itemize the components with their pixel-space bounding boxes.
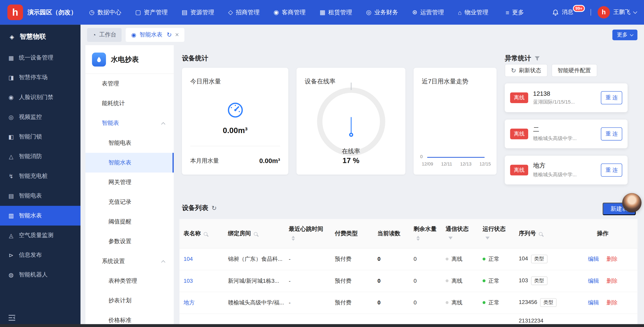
alarm-device-location: 赣榆城头高级中学... [533,135,596,142]
col-last-heartbeat[interactable]: 最近心跳时间 [285,219,331,248]
sidebar-item-face-access[interactable]: ◉人脸识别门禁 [0,88,80,107]
nav-item-investment[interactable]: ◇招商管理 [228,8,260,16]
reconnect-button[interactable]: 重 连 [601,164,622,177]
refresh-list-icon[interactable]: ↻ [212,204,217,212]
bottom-scrollbar[interactable] [0,324,644,327]
submenu-item-smart-electric[interactable]: 智能电表 [86,133,174,153]
col-run-status[interactable]: 运行状态 [478,219,515,248]
messages-label: 消息 [562,9,573,16]
filter-icon[interactable] [448,237,452,240]
submenu-label: 阈值提醒 [108,218,132,226]
submenu-item-smart-water[interactable]: 智能水表 [86,153,174,172]
sidebar-item-device-mgmt[interactable]: ▦统一设备管理 [0,48,80,68]
nav-item-data-center[interactable]: ◷数据中心 [89,8,121,16]
search-icon[interactable] [204,232,208,236]
edit-link[interactable]: 编辑 [588,278,599,284]
filter-icon[interactable] [534,56,540,61]
edit-link[interactable]: 编辑 [588,299,599,306]
park-name[interactable]: 演示园区（勿改） [28,8,77,16]
filter-icon[interactable] [486,237,490,240]
sidebar-item-charging[interactable]: ↯智能充电桩 [0,166,80,186]
tab-workbench[interactable]: ◔工作台 [87,28,122,42]
nav-item-asset[interactable]: ▢资产管理 [135,8,168,16]
submenu-group-smart-meter[interactable]: 智能表 [86,114,174,133]
nav-item-operations[interactable]: ⊛运营管理 [412,8,444,16]
nav-item-merchant[interactable]: ◉客商管理 [274,8,306,16]
sidebar-item-water-meter[interactable]: ▥智能水表 [0,206,80,226]
trend-card: 近7日用水量走势 0 12/09 12/11 12/13 12/15 [414,68,497,175]
submenu-item-reading-plan[interactable]: 抄表计划 [86,291,174,310]
submenu-item-meter-types[interactable]: 表种类管理 [86,271,174,291]
submenu-item-meter-mgmt[interactable]: 表管理 [86,74,174,94]
bell-icon [552,9,559,16]
sidebar-item-info-publish[interactable]: ⊳信息发布 [0,245,80,265]
sidebar-item-robot[interactable]: ◍智能机器人 [0,265,80,285]
submenu-label: 价格标准 [108,317,132,324]
col-bound-room[interactable]: 绑定房间 [224,219,285,248]
month-usage-row: 本月用水量 0.00m³ [190,157,280,164]
nav-item-property[interactable]: ⌂物业管理 [458,8,488,16]
sidebar-item-parking[interactable]: ◨智慧停车场 [0,68,80,88]
sidebar-item-electric-meter[interactable]: ▤智能电表 [0,186,80,206]
col-comm-status[interactable]: 通信状态 [442,219,478,248]
delete-link[interactable]: 删除 [606,278,618,284]
submenu-label: 智能水表 [108,159,132,166]
delete-link[interactable]: 删除 [606,256,618,262]
nav-item-finance[interactable]: ◎业务财务 [366,8,398,16]
reconnect-button[interactable]: 重 连 [601,127,622,140]
meter-name-link[interactable]: 地方 [184,299,195,306]
search-icon[interactable] [539,232,543,236]
nav-label: 更多 [512,8,524,16]
cell-pay-type [331,313,374,324]
tabs-more-button[interactable]: 更多 [612,30,638,40]
bank-icon: ▦ [320,9,325,16]
alarm-card: 离线 12138 蓝湖国际/1/15/15... 重 连 [505,84,628,112]
sidebar-item-video[interactable]: ◎视频监控 [0,107,80,127]
bolt-icon: ↯ [8,173,15,180]
tab-smart-water-meter[interactable]: ◉ 智能水表 ↻ × [126,28,184,42]
col-serial[interactable]: 序列号 [514,219,568,248]
assistant-avatar[interactable] [622,193,642,212]
delete-link[interactable]: 删除 [606,299,618,306]
topbar: h 演示园区（勿改） ◷数据中心 ▢资产管理 ▤资源管理 ◇招商管理 ◉客商管理… [0,0,644,24]
device-list-header: 设备列表 ↻ [182,204,217,212]
submenu-item-threshold[interactable]: 阈值提醒 [86,212,174,232]
submenu-item-price-standard[interactable]: 价格标准 [86,311,174,324]
x-tick-label: 12/09 [422,162,433,166]
cell-run-status: 正常 [478,248,515,270]
sort-icon[interactable] [292,236,295,240]
messages-button[interactable]: 消息 99+ [552,9,584,16]
clock-icon: ◷ [89,9,94,16]
submenu-item-recharge[interactable]: 充值记录 [86,192,174,212]
alarm-device-name: 地方 [533,162,596,170]
sidebar-item-air-quality[interactable]: ◬空气质量监测 [0,226,80,245]
submenu-group-system[interactable]: 系统设置 [86,252,174,271]
reconnect-button[interactable]: 重 连 [601,91,622,104]
sidebar-item-fire[interactable]: △智能消防 [0,147,80,166]
water-meter-tab-icon: ◉ [131,32,136,38]
collapse-sidebar-button[interactable] [8,315,16,322]
meter-name-link[interactable]: 104 [184,256,193,262]
close-tab-icon[interactable]: × [175,31,179,39]
nav-more-button[interactable]: ≡更多 [506,8,524,16]
nav-item-resource[interactable]: ▤资源管理 [182,8,214,16]
hardware-config-button[interactable]: 智能硬件配置 [552,64,597,77]
meter-name-link[interactable]: 103 [184,278,193,284]
sort-icon[interactable] [416,236,420,240]
alarm-card: 离线 地方 赣榆城头高级中学... 重 连 [505,156,628,184]
refresh-tab-icon[interactable]: ↻ [166,31,172,39]
edit-link[interactable]: 编辑 [588,256,599,262]
submenu-item-gateway[interactable]: 网关管理 [86,172,174,192]
online-rate-card: 设备在线率 在线率 17 % [296,68,406,175]
refresh-status-button[interactable]: ↻刷新状态 [505,64,547,77]
search-icon[interactable] [254,232,258,236]
col-remaining-water[interactable]: 剩余水量 [410,219,442,248]
col-meter-name[interactable]: 表名称 [180,219,224,248]
submenu-label: 网关管理 [108,179,132,186]
app-logo[interactable]: h [8,4,23,20]
submenu-item-energy-stats[interactable]: 能耗统计 [86,94,174,114]
submenu-item-params[interactable]: 参数设置 [86,232,174,252]
sidebar-item-door-lock[interactable]: ◧智能门锁 [0,127,80,147]
nav-item-lease[interactable]: ▦租赁管理 [320,8,352,16]
user-menu[interactable]: h 王鹏飞 [598,6,636,18]
